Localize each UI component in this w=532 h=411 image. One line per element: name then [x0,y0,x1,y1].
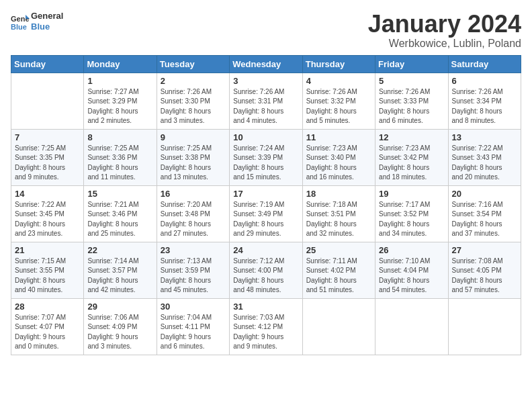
day-info: Sunrise: 7:22 AM Sunset: 3:45 PM Dayligh… [15,200,80,239]
day-header-saturday: Saturday [448,55,521,73]
calendar-cell: 23Sunrise: 7:13 AM Sunset: 3:59 PM Dayli… [157,242,229,298]
day-info: Sunrise: 7:18 AM Sunset: 3:51 PM Dayligh… [306,200,371,239]
day-number: 1 [87,76,152,86]
day-number: 13 [452,132,517,142]
day-header-thursday: Thursday [302,55,375,73]
day-number: 22 [87,245,152,255]
day-info: Sunrise: 7:17 AM Sunset: 3:52 PM Dayligh… [379,200,444,239]
calendar-cell: 24Sunrise: 7:12 AM Sunset: 4:00 PM Dayli… [230,242,302,298]
day-number: 24 [233,245,298,255]
day-number: 2 [161,76,226,86]
calendar-cell: 11Sunrise: 7:23 AM Sunset: 3:40 PM Dayli… [302,129,375,185]
day-number: 21 [15,245,80,255]
day-number: 23 [161,245,226,255]
calendar-cell: 26Sunrise: 7:10 AM Sunset: 4:04 PM Dayli… [375,242,448,298]
calendar-table: SundayMondayTuesdayWednesdayThursdayFrid… [11,55,521,355]
svg-text:Blue: Blue [11,23,27,31]
calendar-cell: 27Sunrise: 7:08 AM Sunset: 4:05 PM Dayli… [448,242,521,298]
day-number: 7 [15,132,80,142]
day-header-wednesday: Wednesday [230,55,302,73]
day-info: Sunrise: 7:26 AM Sunset: 3:34 PM Dayligh… [452,87,517,126]
day-info: Sunrise: 7:22 AM Sunset: 3:43 PM Dayligh… [452,144,517,183]
logo: General Blue General Blue [11,11,63,32]
day-number: 26 [379,245,444,255]
day-number: 15 [87,189,152,199]
day-number: 30 [161,302,226,312]
day-info: Sunrise: 7:26 AM Sunset: 3:31 PM Dayligh… [233,87,298,126]
calendar-cell: 17Sunrise: 7:19 AM Sunset: 3:49 PM Dayli… [230,185,302,242]
calendar-cell: 19Sunrise: 7:17 AM Sunset: 3:52 PM Dayli… [375,185,448,242]
day-info: Sunrise: 7:24 AM Sunset: 3:39 PM Dayligh… [233,144,298,183]
day-info: Sunrise: 7:08 AM Sunset: 4:05 PM Dayligh… [452,257,517,295]
day-number: 14 [15,189,80,199]
calendar-cell: 21Sunrise: 7:15 AM Sunset: 3:55 PM Dayli… [11,242,84,298]
day-info: Sunrise: 7:12 AM Sunset: 4:00 PM Dayligh… [233,257,298,295]
day-number: 9 [161,132,226,142]
month-title: January 2024 [368,11,521,38]
calendar-cell: 28Sunrise: 7:07 AM Sunset: 4:07 PM Dayli… [11,298,84,355]
day-info: Sunrise: 7:25 AM Sunset: 3:36 PM Dayligh… [87,144,152,183]
day-header-tuesday: Tuesday [157,55,229,73]
day-number: 25 [306,245,371,255]
calendar-cell: 22Sunrise: 7:14 AM Sunset: 3:57 PM Dayli… [84,242,157,298]
calendar-cell [375,298,448,355]
day-info: Sunrise: 7:25 AM Sunset: 3:35 PM Dayligh… [15,144,80,183]
calendar-cell: 6Sunrise: 7:26 AM Sunset: 3:34 PM Daylig… [448,73,521,129]
day-number: 17 [233,189,298,199]
calendar-cell [448,298,521,355]
calendar-cell: 9Sunrise: 7:25 AM Sunset: 3:38 PM Daylig… [157,129,229,185]
logo-line1: General [31,11,63,21]
day-info: Sunrise: 7:25 AM Sunset: 3:38 PM Dayligh… [161,144,226,183]
day-info: Sunrise: 7:19 AM Sunset: 3:49 PM Dayligh… [233,200,298,239]
day-info: Sunrise: 7:04 AM Sunset: 4:11 PM Dayligh… [161,313,226,352]
day-info: Sunrise: 7:11 AM Sunset: 4:02 PM Dayligh… [306,257,371,295]
calendar-cell: 20Sunrise: 7:16 AM Sunset: 3:54 PM Dayli… [448,185,521,242]
calendar-cell: 31Sunrise: 7:03 AM Sunset: 4:12 PM Dayli… [230,298,302,355]
day-number: 31 [233,302,298,312]
day-number: 11 [306,132,371,142]
calendar-cell: 4Sunrise: 7:26 AM Sunset: 3:32 PM Daylig… [302,73,375,129]
day-number: 12 [379,132,444,142]
day-number: 6 [452,76,517,86]
calendar-cell: 5Sunrise: 7:26 AM Sunset: 3:33 PM Daylig… [375,73,448,129]
day-header-friday: Friday [375,55,448,73]
day-info: Sunrise: 7:06 AM Sunset: 4:09 PM Dayligh… [87,313,152,352]
calendar-cell: 12Sunrise: 7:23 AM Sunset: 3:42 PM Dayli… [375,129,448,185]
day-number: 10 [233,132,298,142]
location: Werbkowice, Lublin, Poland [368,38,521,50]
day-info: Sunrise: 7:20 AM Sunset: 3:48 PM Dayligh… [161,200,226,239]
day-info: Sunrise: 7:14 AM Sunset: 3:57 PM Dayligh… [87,257,152,295]
calendar-cell: 25Sunrise: 7:11 AM Sunset: 4:02 PM Dayli… [302,242,375,298]
day-number: 3 [233,76,298,86]
calendar-cell: 29Sunrise: 7:06 AM Sunset: 4:09 PM Dayli… [84,298,157,355]
day-number: 19 [379,189,444,199]
title-block: January 2024 Werbkowice, Lublin, Poland [368,11,521,50]
day-info: Sunrise: 7:23 AM Sunset: 3:40 PM Dayligh… [306,144,371,183]
day-number: 20 [452,189,517,199]
day-number: 5 [379,76,444,86]
calendar-cell: 16Sunrise: 7:20 AM Sunset: 3:48 PM Dayli… [157,185,229,242]
day-info: Sunrise: 7:13 AM Sunset: 3:59 PM Dayligh… [161,257,226,295]
calendar-cell: 15Sunrise: 7:21 AM Sunset: 3:46 PM Dayli… [84,185,157,242]
day-info: Sunrise: 7:10 AM Sunset: 4:04 PM Dayligh… [379,257,444,295]
day-number: 27 [452,245,517,255]
day-info: Sunrise: 7:27 AM Sunset: 3:29 PM Dayligh… [87,87,152,126]
calendar-cell: 3Sunrise: 7:26 AM Sunset: 3:31 PM Daylig… [230,73,302,129]
day-info: Sunrise: 7:07 AM Sunset: 4:07 PM Dayligh… [15,313,80,352]
logo-line2: Blue [31,21,63,32]
calendar-cell: 30Sunrise: 7:04 AM Sunset: 4:11 PM Dayli… [157,298,229,355]
day-number: 29 [87,302,152,312]
calendar-cell [302,298,375,355]
calendar-cell: 18Sunrise: 7:18 AM Sunset: 3:51 PM Dayli… [302,185,375,242]
day-number: 4 [306,76,371,86]
calendar-cell: 8Sunrise: 7:25 AM Sunset: 3:36 PM Daylig… [84,129,157,185]
day-info: Sunrise: 7:21 AM Sunset: 3:46 PM Dayligh… [87,200,152,239]
day-info: Sunrise: 7:03 AM Sunset: 4:12 PM Dayligh… [233,313,298,352]
calendar-cell: 13Sunrise: 7:22 AM Sunset: 3:43 PM Dayli… [448,129,521,185]
day-info: Sunrise: 7:16 AM Sunset: 3:54 PM Dayligh… [452,200,517,239]
day-info: Sunrise: 7:23 AM Sunset: 3:42 PM Dayligh… [379,144,444,183]
day-number: 18 [306,189,371,199]
calendar-cell: 7Sunrise: 7:25 AM Sunset: 3:35 PM Daylig… [11,129,84,185]
day-info: Sunrise: 7:26 AM Sunset: 3:32 PM Dayligh… [306,87,371,126]
day-info: Sunrise: 7:15 AM Sunset: 3:55 PM Dayligh… [15,257,80,295]
